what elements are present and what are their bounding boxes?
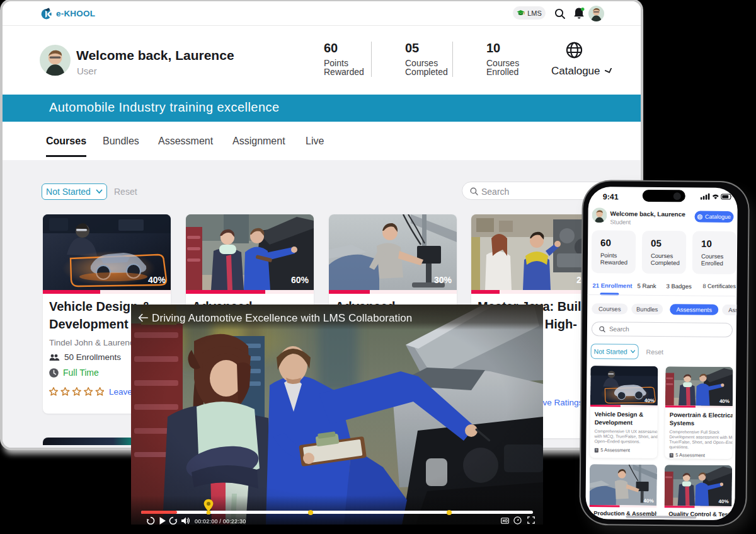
svg-text:?: ?: [670, 453, 672, 457]
svg-text:?: ?: [595, 448, 597, 452]
